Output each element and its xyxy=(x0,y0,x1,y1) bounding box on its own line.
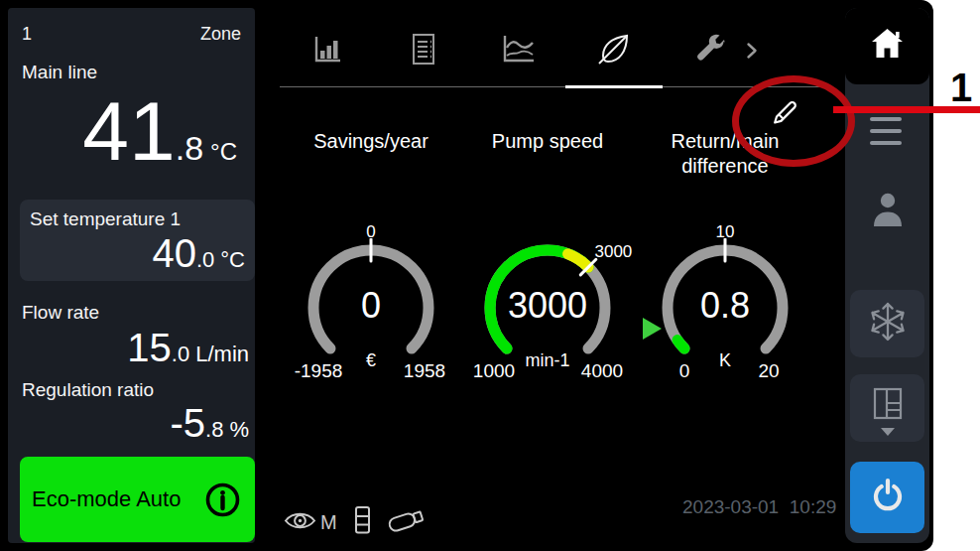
set-temperature-card[interactable]: Set temperature 1 40.0°C xyxy=(20,200,255,281)
menu-icon-bar xyxy=(870,141,902,145)
info-icon[interactable] xyxy=(204,482,241,518)
regulation-ratio-value: -5.8% xyxy=(171,403,250,443)
trend-chart-icon xyxy=(501,51,536,68)
flow-dec: .0 xyxy=(172,342,189,367)
snowflake-icon xyxy=(867,301,909,346)
menu-icon-bar xyxy=(870,129,902,133)
set-temp-int: 40 xyxy=(152,233,196,273)
gauge-title-savings: Savings/year xyxy=(272,129,470,154)
tabs-more-button[interactable] xyxy=(746,42,758,64)
wrench-icon xyxy=(694,50,725,67)
report-icon xyxy=(410,53,437,69)
sidebar-item-home[interactable] xyxy=(845,8,929,84)
main-line-unit: °C xyxy=(210,138,237,166)
eco-mode-label: Eco-mode Auto xyxy=(32,486,181,512)
tab-report[interactable] xyxy=(410,33,437,70)
gauge-pump-speed: 3000 min-1 1000 4000 3000 xyxy=(473,223,622,397)
tab-trends[interactable] xyxy=(501,34,536,69)
set-temp-unit: °C xyxy=(220,247,245,273)
sidebar-item-user[interactable] xyxy=(845,191,929,238)
tab-underline xyxy=(280,86,831,87)
regulation-dec: .8 xyxy=(205,417,223,443)
home-icon xyxy=(869,26,906,67)
main-line-dec: .8 xyxy=(176,129,203,168)
regulation-int: -5 xyxy=(171,403,206,443)
sidebar-item-cooling[interactable] xyxy=(850,290,924,357)
set-temp-value: 40.0°C xyxy=(152,233,245,273)
monitor-mode-label: M xyxy=(320,511,337,534)
flow-rate-value: 15.0L/min xyxy=(127,328,249,367)
chevron-right-icon xyxy=(746,46,758,63)
tab-underline-active xyxy=(565,85,663,88)
gauge-savings: 0 € -1958 1958 0 xyxy=(297,223,445,397)
bar-chart-icon xyxy=(311,52,343,69)
zone-panel: 1 Zone Main line 41.8°C Set temperature … xyxy=(8,8,255,543)
regulation-unit: % xyxy=(229,417,249,443)
leaf-icon xyxy=(596,53,632,69)
eco-mode-button[interactable]: Eco-mode Auto xyxy=(20,457,255,542)
datetime: 2023-03-01 10:29 xyxy=(682,496,833,518)
status-icons: M xyxy=(284,504,429,540)
regulation-ratio-label: Regulation ratio xyxy=(22,379,154,401)
set-temp-label: Set temperature 1 xyxy=(30,208,181,230)
sd-card-icon xyxy=(354,505,372,539)
annotation-circle xyxy=(732,75,855,167)
power-icon xyxy=(868,476,908,519)
monitoring-eye-icon xyxy=(284,508,316,537)
annotation-label: 1 xyxy=(950,66,972,110)
sidebar-item-menu[interactable] xyxy=(845,109,929,155)
usb-stick-icon xyxy=(385,504,429,540)
user-icon xyxy=(870,191,906,238)
flow-rate-label: Flow rate xyxy=(22,302,99,324)
tab-settings[interactable] xyxy=(694,33,725,68)
main-line-label: Main line xyxy=(22,62,97,83)
set-temp-dec: .0 xyxy=(196,247,214,273)
main-line-int: 41 xyxy=(82,89,175,173)
zone-label: Zone xyxy=(200,24,241,45)
power-button[interactable] xyxy=(850,462,924,533)
flow-unit: L/min xyxy=(195,342,249,367)
sidebar-item-zones[interactable] xyxy=(850,374,924,442)
main-line-value: 41.8°C xyxy=(82,89,237,173)
gauge-title-pump-speed: Pump speed xyxy=(448,129,647,154)
dropdown-arrow-icon xyxy=(881,428,895,436)
zone-number: 1 xyxy=(22,24,32,45)
menu-icon xyxy=(870,117,902,121)
floorplan-icon xyxy=(869,386,907,430)
gauge-return-difference: 0.8 K 0 20 10 xyxy=(651,223,799,397)
tab-statistics[interactable] xyxy=(311,34,343,69)
flow-int: 15 xyxy=(127,328,172,367)
gauge-pointer-triangle xyxy=(643,318,662,340)
tab-eco[interactable] xyxy=(596,31,632,70)
